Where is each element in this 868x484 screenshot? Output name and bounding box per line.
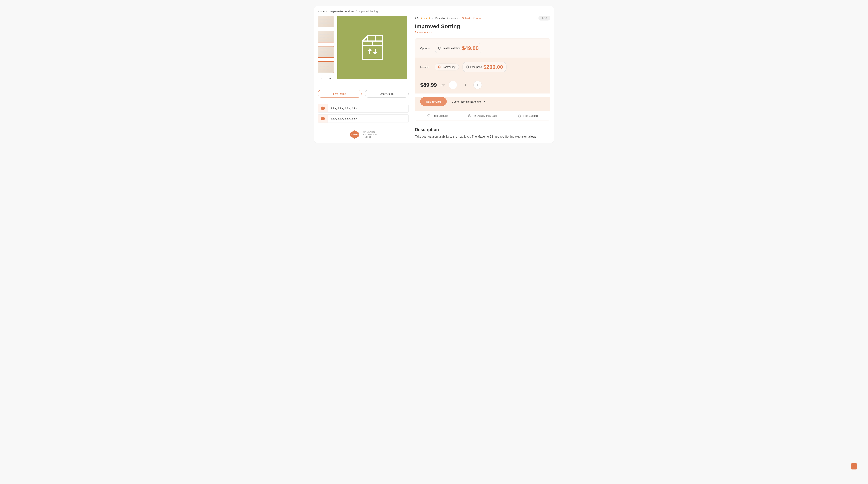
perk-support: Free Support (505, 111, 550, 121)
product-title: Improved Sorting (415, 23, 550, 29)
perk-moneyback: $ 45 Days Money Back (460, 111, 505, 121)
include-price: $200.00 (484, 64, 503, 70)
star-icon: ★ (423, 17, 425, 20)
include-community[interactable]: Community (435, 64, 459, 70)
magento-icon (318, 115, 328, 123)
chevron-up-icon (321, 78, 323, 80)
customize-link[interactable]: Customize this Extension (452, 100, 486, 103)
perk-text: Free Updates (433, 115, 448, 117)
live-demo-button[interactable]: Live Demo (318, 90, 362, 98)
breadcrumb-sep: / (326, 10, 327, 13)
partner-badge: PARTNER MAGENTO EXTENSION BUILDER (318, 130, 409, 139)
external-link-icon (484, 100, 486, 103)
radio-checked-icon (438, 66, 441, 68)
thumb-nav (318, 76, 334, 81)
star-half-icon: ★★ (431, 17, 433, 20)
product-card: Home / magento-2-extensions / Improved S… (314, 6, 554, 143)
package-sort-icon (357, 32, 388, 63)
partner-text: MAGENTO (363, 131, 377, 133)
rating-count: Based on 2 reviews (435, 17, 458, 20)
chevron-down-icon (329, 78, 331, 80)
svg-text:$: $ (469, 115, 470, 117)
option-paid-installation[interactable]: Paid Installation $49.00 (435, 43, 482, 53)
thumb-prev-button[interactable] (318, 77, 326, 81)
qty-decrease-button[interactable]: − (449, 81, 457, 89)
compat-text: 2.1.x, 2.2.x, 2.3.x, 2.4.x (328, 107, 360, 110)
submit-review-link[interactable]: Submit a Review (462, 17, 481, 20)
star-icon: ★ (420, 17, 423, 20)
refresh-icon (427, 114, 431, 118)
option-price: $49.00 (462, 45, 479, 51)
headset-icon (518, 114, 521, 118)
rating-score: 4.5 (415, 17, 418, 20)
breadcrumb-sep: / (356, 10, 356, 13)
gallery-thumb[interactable] (318, 46, 334, 58)
gallery-main[interactable] (337, 15, 407, 79)
description-body: Take your catalog usability to the next … (415, 134, 550, 139)
compat-row: 2.1.x, 2.2.x, 2.3.x, 2.4.x (318, 115, 409, 123)
gallery-thumb[interactable] (318, 15, 334, 27)
star-icon: ★ (428, 17, 431, 20)
qty-increase-button[interactable]: + (473, 81, 482, 89)
perk-text: Free Support (523, 115, 538, 117)
radio-unchecked-icon (466, 66, 469, 68)
include-enterprise[interactable]: Enterprise $200.00 (463, 62, 506, 72)
compat-row: 2.1.x, 2.2.x, 2.3.x, 2.4.x (318, 104, 409, 112)
breadcrumb-current: Improved Sorting (359, 10, 378, 13)
perk-text: 45 Days Money Back (473, 115, 497, 117)
include-label: Include (420, 66, 431, 69)
compat-text: 2.1.x, 2.2.x, 2.3.x, 2.4.x (328, 117, 360, 120)
rating-stars: ★ ★ ★ ★ ★★ (420, 17, 433, 20)
thumbnail-strip (318, 15, 334, 81)
include-text: Enterprise (470, 66, 482, 68)
star-icon: ★ (426, 17, 428, 20)
product-subtitle: for Magento 2 (415, 31, 550, 34)
option-text: Paid Installation (442, 47, 461, 50)
partner-text: EXTENSION (363, 133, 377, 136)
separator: - (459, 17, 460, 20)
add-to-cart-button[interactable]: Add to Cart (420, 97, 447, 106)
product-price: $89.99 (420, 82, 437, 88)
svg-text:PARTNER: PARTNER (351, 134, 359, 135)
breadcrumb: Home / magento-2-extensions / Improved S… (318, 10, 550, 13)
partner-text: BUILDER (363, 136, 377, 138)
options-label: Options (420, 47, 431, 50)
gallery-thumb[interactable] (318, 31, 334, 42)
moneyback-icon: $ (468, 114, 471, 118)
description-heading: Description (415, 127, 550, 132)
magento-icon (318, 104, 328, 112)
qty-label: Qty: (440, 84, 445, 87)
breadcrumb-category[interactable]: magento-2-extensions (329, 10, 354, 13)
customize-text: Customize this Extension (452, 100, 482, 103)
version-badge: 1.0.9 (538, 15, 550, 21)
thumb-next-button[interactable] (326, 77, 334, 81)
qty-input[interactable] (461, 83, 470, 87)
user-guide-button[interactable]: User Guide (365, 90, 409, 98)
breadcrumb-home[interactable]: Home (318, 10, 324, 13)
perk-updates: Free Updates (415, 111, 460, 121)
radio-unchecked-icon (438, 47, 441, 50)
gallery-thumb[interactable] (318, 61, 334, 73)
include-text: Community (442, 66, 456, 68)
